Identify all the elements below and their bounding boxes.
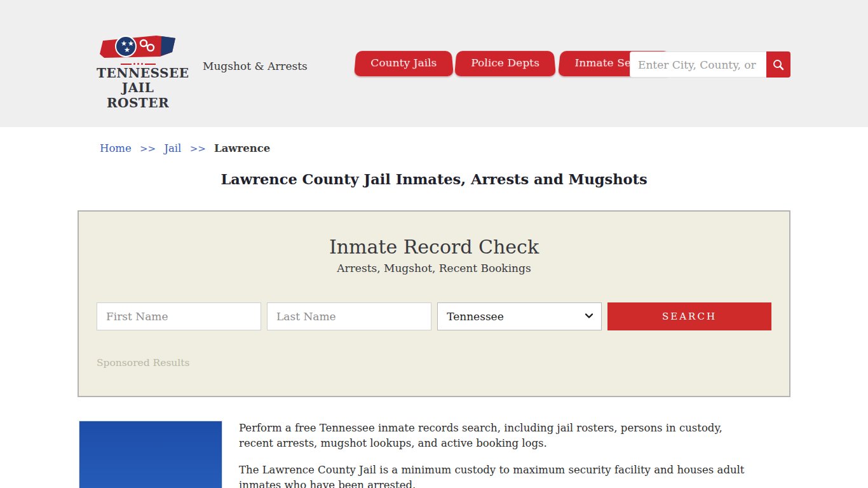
content-row: Perform a free Tennessee inmate records …	[78, 421, 790, 488]
breadcrumb-separator: >>	[140, 143, 156, 154]
panel-title: Inmate Record Check	[97, 236, 771, 258]
search-icon	[772, 58, 785, 71]
jail-building-photo	[79, 421, 222, 488]
facility-search-button[interactable]	[766, 51, 790, 78]
facility-search-input[interactable]	[630, 51, 766, 78]
last-name-field[interactable]	[267, 302, 431, 330]
breadcrumb-jail-link[interactable]: Jail	[164, 142, 181, 154]
breadcrumb-home-link[interactable]: Home	[100, 142, 132, 154]
logo-text-line2: JAIL ROSTER	[97, 80, 179, 111]
breadcrumb-separator: >>	[190, 143, 206, 154]
sponsored-results-label: Sponsored Results	[97, 357, 771, 369]
main-content: Home >> Jail >> Lawrence Lawrence County…	[78, 142, 790, 488]
site-logo[interactable]: ★ ★ ★ TENNESSEE JAIL ROSTER	[97, 33, 179, 111]
site-header: ★ ★ ★ TENNESSEE JAIL ROSTER Mugshot & Ar…	[0, 0, 868, 127]
state-select-wrap: Tennessee	[437, 302, 602, 330]
page-title: Lawrence County Jail Inmates, Arrests an…	[78, 171, 790, 187]
inmate-record-check-panel: Inmate Record Check Arrests, Mugshot, Re…	[78, 210, 790, 397]
record-check-form: Tennessee SEARCH	[97, 302, 771, 330]
tennessee-state-icon: ★ ★ ★	[98, 33, 178, 61]
nav-tab-police-depts[interactable]: Police Depts	[454, 51, 556, 76]
first-name-field[interactable]	[97, 302, 261, 330]
breadcrumb-current: Lawrence	[214, 142, 270, 154]
panel-subtitle: Arrests, Mugshot, Recent Bookings	[97, 262, 771, 274]
nav-tab-county-jails[interactable]: County Jails	[354, 51, 454, 76]
site-tagline: Mugshot & Arrests	[203, 60, 308, 72]
search-button[interactable]: SEARCH	[607, 302, 771, 330]
intro-paragraph-2: The Lawrence County Jail is a minimum cu…	[239, 463, 755, 488]
breadcrumb: Home >> Jail >> Lawrence	[100, 142, 790, 154]
intro-text: Perform a free Tennessee inmate records …	[239, 421, 755, 488]
state-select[interactable]: Tennessee	[437, 302, 602, 330]
intro-paragraph-1: Perform a free Tennessee inmate records …	[239, 421, 755, 452]
svg-text:★: ★	[124, 46, 130, 54]
main-nav: County Jails Police Depts Inmate Search	[354, 50, 674, 76]
logo-text-line1: TENNESSEE	[97, 66, 179, 80]
facility-search	[630, 51, 790, 78]
logo-divider	[97, 63, 179, 65]
